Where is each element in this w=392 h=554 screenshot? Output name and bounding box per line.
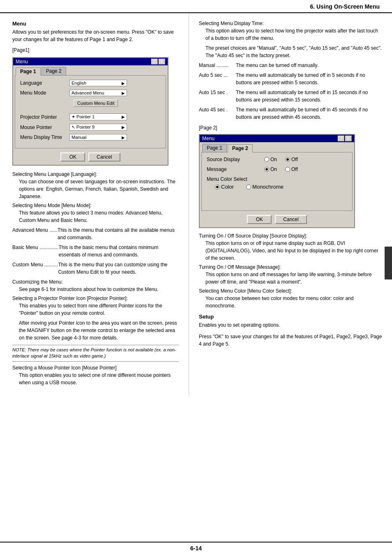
left-column: Menu Allows you to set preferences for t… — [0, 13, 189, 396]
time-term-0: Manual ......... — [199, 62, 236, 69]
mode-heading: Selecting Menu Mode [Menu Mode]: — [12, 203, 179, 208]
dialog2-sourcedisplay-row: Source Display On Off — [207, 157, 347, 162]
radio-message-off-label: Off — [291, 166, 298, 172]
mode-def-2: This is the menu that you can customize … — [58, 261, 179, 276]
time-items: Manual ......... The menu can be turned … — [199, 62, 382, 121]
header-title: 6. Using On-Screen Menu — [310, 3, 380, 10]
content-area: Menu Allows you to set preferences for t… — [0, 13, 392, 396]
time-item-2: Auto 15 sec . The menu will automaticall… — [199, 89, 382, 104]
dialog1-help-btn[interactable]: ? — [151, 59, 158, 65]
mode-items: Advanced Menu ...... This is the menu th… — [12, 226, 179, 276]
dialog1-tab2[interactable]: Page 2 — [42, 67, 66, 75]
dialog1-displaytime-label: Menu Display Time — [20, 134, 69, 140]
radio-message-off-circle — [285, 167, 290, 172]
dialog1-menumode-value: Advanced Menu — [71, 90, 104, 95]
dialog1-mousepointer-value: ↖ Pointer 9 — [71, 125, 95, 130]
dialog2-footer: OK Cancel — [200, 212, 354, 227]
menu-intro: Allows you to set preferences for the on… — [12, 28, 179, 43]
setup-heading: Setup — [199, 314, 382, 320]
dialog2-menucolor-mono[interactable]: Monochrome — [246, 184, 284, 190]
dialog2-tabs: Page 1 Page 2 — [200, 142, 354, 152]
radio-sourcedisplay-off-circle — [285, 157, 290, 162]
dialog1-mousepointer-label: Mouse Pointer — [20, 125, 69, 130]
dialog2-body: Source Display On Off — [201, 152, 353, 211]
dialog1-projpointer-label: Projector Pointer — [20, 114, 69, 120]
dialog2-sourcedisplay-label: Source Display — [207, 157, 264, 162]
dialog2-message-row: Message On Off — [207, 166, 347, 172]
dialog1-menumode-label: Menu Mode — [20, 90, 69, 96]
dialog1-menumode-field[interactable]: Advanced Menu ▶ — [69, 90, 127, 96]
mouse-body: This option enables you to select one of… — [12, 372, 179, 386]
mouse-heading: Selecting a Mouse Pointer Icon [Mouse Po… — [12, 365, 179, 371]
time-item-3: Auto 45 sec . The menu will automaticall… — [199, 106, 382, 121]
radio-sourcedisplay-on-label: On — [270, 157, 277, 162]
dialog1-displaytime-arrow: ▶ — [122, 135, 125, 140]
time-item-0: Manual ......... The menu can be turned … — [199, 62, 382, 69]
dialog2-help-btn[interactable]: ? — [338, 136, 344, 141]
dialog1-language-label: Language — [20, 80, 69, 86]
dialog1-displaytime-field[interactable]: Manual ▶ — [69, 134, 127, 141]
dialog1-close-btn[interactable]: ✕ — [159, 59, 165, 65]
custom-menu-edit-btn[interactable]: Custom Menu Edit — [74, 99, 118, 107]
dialog2-menucolor-section: Menu Color Select Color Monochrome — [207, 176, 347, 190]
message-heading: Turning On / Off Message [Message]: — [199, 264, 382, 270]
dialog1-mousepointer-arrow: ▶ — [122, 125, 125, 129]
dialog1-tabs: Page 1 Page 2 — [13, 65, 168, 75]
dialog1-displaytime-row: Menu Display Time Manual ▶ — [20, 134, 161, 141]
time-term-1: Auto 5 sec ... — [199, 72, 236, 86]
dialog1-projpointer-field[interactable]: ✦ Pointer 1 ▶ — [69, 113, 127, 120]
page-number: 6-14 — [190, 545, 202, 552]
time-def-0: The menu can be turned off manually. — [236, 62, 382, 69]
mode-body: This feature allows you to select 3 menu… — [12, 209, 179, 224]
page-header: 6. Using On-Screen Menu — [0, 0, 392, 13]
dialog2-tab1[interactable]: Page 1 — [202, 144, 227, 152]
dialog1-language-row: Language English ▶ — [20, 80, 161, 86]
dialog2-title: Menu — [202, 136, 214, 141]
dialog2-close-btn[interactable]: ✕ — [345, 136, 352, 141]
dialog1-mousepointer-field[interactable]: ↖ Pointer 9 ▶ — [69, 124, 127, 131]
time-def-2: The menu will automatically be turned of… — [236, 89, 382, 104]
dialog2-sourcedisplay-on[interactable]: On — [264, 157, 277, 162]
dialog2-ok-btn[interactable]: OK — [247, 215, 272, 224]
mode-term-1: Basic Menu .............. — [12, 244, 59, 259]
source-heading: Turning On / Off Source Display [Source … — [199, 233, 382, 239]
display-time-body2: The preset choices are "Manual", "Auto 5… — [199, 44, 382, 59]
radio-sourcedisplay-on-circle — [264, 157, 269, 162]
dialog2-message-off[interactable]: Off — [285, 166, 298, 172]
dialog2-sourcedisplay-off[interactable]: Off — [285, 157, 298, 162]
display-time-body1: This option allows you to select how lon… — [199, 27, 382, 42]
custom-body: See page 6-1 for instructions about how … — [12, 286, 179, 293]
dialog2-titlebar: Menu ? ✕ — [200, 135, 354, 142]
projector-heading: Selecting a Projector Pointer Icon [Proj… — [12, 295, 179, 301]
dialog1-projpointer-value: ✦ Pointer 1 — [71, 114, 95, 120]
dialog2-message-label: Message — [207, 166, 264, 172]
dialog1-cancel-btn[interactable]: Cancel — [88, 152, 120, 162]
black-sidebar-accent — [385, 247, 392, 279]
radio-message-on-circle — [264, 167, 269, 172]
dialog1-projpointer-arrow: ▶ — [122, 115, 125, 119]
message-body: This option turns on and off messages fo… — [199, 271, 382, 286]
dialog1-tab1[interactable]: Page 1 — [16, 67, 41, 76]
dialog1-language-field[interactable]: English ▶ — [69, 80, 127, 86]
radio-menucolor-color-label: Color — [221, 184, 234, 190]
dialog1-title: Menu — [16, 59, 28, 65]
dialog1-ok-btn[interactable]: OK — [60, 152, 85, 162]
dialog2-tab2[interactable]: Page 2 — [228, 144, 253, 152]
projector-body1: This enables you to select from nine dif… — [12, 302, 179, 317]
dialog2-sourcedisplay-options: On Off — [264, 157, 298, 162]
dialog1-mousepointer-row: Mouse Pointer ↖ Pointer 9 ▶ — [20, 124, 161, 131]
page-footer: 6-14 — [0, 542, 392, 554]
radio-menucolor-mono-label: Monochrome — [252, 184, 284, 190]
dialog2-message-on[interactable]: On — [264, 166, 277, 172]
time-item-1: Auto 5 sec ... The menu will automatical… — [199, 72, 382, 86]
radio-menucolor-mono-circle — [246, 185, 251, 189]
dialog2-title-buttons: ? ✕ — [338, 136, 352, 141]
lang-body: You can choose one of seven languages fo… — [12, 178, 179, 200]
color-select-heading: Selecting Menu Color [Menu Color Select]… — [199, 288, 382, 294]
dialog-page2: Menu ? ✕ Page 1 Page 2 Source Display — [199, 134, 355, 228]
dialog2-menucolor-color[interactable]: Color — [215, 184, 234, 190]
note-box: NOTE: There may be cases where the Point… — [12, 345, 179, 362]
dialog1-projpointer-row: Projector Pointer ✦ Pointer 1 ▶ — [20, 113, 161, 120]
dialog2-cancel-btn[interactable]: Cancel — [275, 215, 307, 224]
time-def-1: The menu will automatically be turned of… — [236, 72, 382, 86]
